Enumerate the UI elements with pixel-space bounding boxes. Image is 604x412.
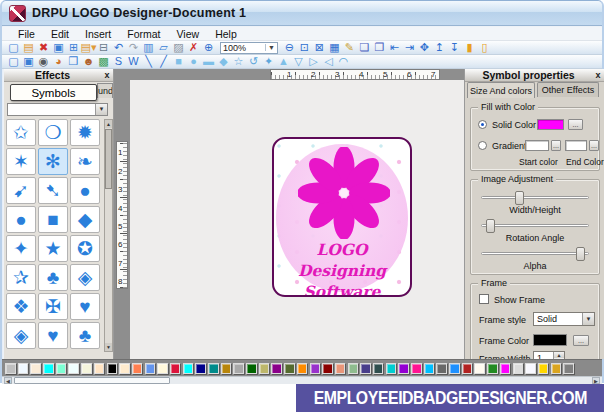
triangle-up-button[interactable]: ▲: [276, 55, 291, 68]
color-swatch[interactable]: [221, 363, 232, 374]
slider-thumb[interactable]: [515, 191, 524, 205]
menu-format[interactable]: Format: [119, 28, 168, 40]
menu-view[interactable]: View: [169, 28, 208, 40]
color-swatch[interactable]: [373, 363, 384, 374]
symbol-dashed-circle[interactable]: ❍: [38, 119, 68, 146]
gradient-start-swatch[interactable]: [525, 140, 549, 151]
color-swatch[interactable]: [119, 363, 130, 374]
scroll-down-icon[interactable]: ▼: [105, 343, 112, 351]
color-swatch[interactable]: [145, 363, 156, 374]
gradient-radio[interactable]: [478, 141, 487, 150]
titlebar[interactable]: DRPU LOGO Designer-Document 1: [2, 1, 602, 26]
symbol-diamond-in-diamond[interactable]: ◈: [6, 322, 36, 349]
canvas-area[interactable]: 1234567 12345678 LOGO Designing Software: [114, 69, 464, 359]
color-swatch[interactable]: [513, 363, 524, 374]
symbol-circle-star[interactable]: ✪: [70, 235, 100, 262]
page-setup-button[interactable]: ✎: [342, 41, 357, 54]
color-swatch[interactable]: [424, 363, 435, 374]
color-swatch[interactable]: [487, 363, 498, 374]
print-button[interactable]: ⊟: [96, 41, 111, 54]
zoom-out-button[interactable]: ⊖: [282, 41, 297, 54]
scroll-right-icon[interactable]: ▶: [592, 377, 600, 384]
send-to-back-button[interactable]: ❐: [372, 41, 387, 54]
symbol-square-star[interactable]: ✰: [6, 264, 36, 291]
menu-help[interactable]: Help: [207, 28, 245, 40]
symbol-curved-arrow[interactable]: ➹: [6, 177, 36, 204]
symbol-ellipse[interactable]: ●: [6, 206, 36, 233]
symbol-club[interactable]: ♣: [38, 264, 68, 291]
save-button[interactable]: ▣: [51, 41, 66, 54]
color-swatch[interactable]: [43, 363, 54, 374]
color-swatch[interactable]: [538, 363, 549, 374]
properties-close-button[interactable]: x: [592, 70, 604, 80]
symbol-heart[interactable]: ♥: [70, 293, 100, 320]
color-swatch[interactable]: [436, 363, 447, 374]
color-swatch[interactable]: [462, 363, 473, 374]
color-swatch[interactable]: [386, 363, 397, 374]
scrollbar-thumb[interactable]: [105, 129, 112, 189]
solid-color-swatch[interactable]: [537, 119, 564, 130]
triangle-down-button[interactable]: ▽: [291, 55, 306, 68]
slider-thumb[interactable]: [576, 247, 585, 261]
color-swatch[interactable]: [310, 363, 321, 374]
solid-color-picker-button[interactable]: ...: [568, 119, 583, 130]
color-swatch[interactable]: [360, 363, 371, 374]
new-document-button[interactable]: ▢: [6, 41, 21, 54]
save-all-button[interactable]: ⊞: [66, 41, 81, 54]
triangle-right-button[interactable]: ▷: [306, 55, 321, 68]
symbol-swoosh-arrow[interactable]: ➷: [38, 177, 68, 204]
color-swatch[interactable]: [284, 363, 295, 374]
actual-size-button[interactable]: ⊡: [297, 41, 312, 54]
symbol-diamond-cross[interactable]: ✠: [38, 293, 68, 320]
frame-color-picker-button[interactable]: ...: [573, 335, 589, 346]
diamond-button[interactable]: ◆: [216, 55, 231, 68]
color-swatch[interactable]: [348, 363, 359, 374]
insert-image-button[interactable]: ▣: [21, 55, 36, 68]
arc-button[interactable]: ◠: [336, 55, 351, 68]
alpha-slider[interactable]: [481, 252, 589, 255]
gradient-end-swatch[interactable]: [565, 140, 587, 151]
paste-button[interactable]: ▨: [171, 41, 186, 54]
line-tool-button[interactable]: ╲: [141, 55, 156, 68]
symbol-five-point-star[interactable]: ★: [38, 235, 68, 262]
import-image-button[interactable]: ▥: [141, 41, 156, 54]
symbol-category-select[interactable]: ▼: [7, 103, 108, 116]
color-wheel-button[interactable]: ◕: [51, 55, 66, 68]
fit-to-window-button[interactable]: ⊠: [312, 41, 327, 54]
scroll-left-icon[interactable]: ◀: [4, 377, 12, 384]
solid-color-radio[interactable]: [478, 120, 487, 129]
hscrollbar-thumb[interactable]: [14, 377, 170, 384]
align-right-button[interactable]: ⇥: [402, 41, 417, 54]
menu-insert[interactable]: Insert: [77, 28, 119, 40]
burst-button[interactable]: ✦: [261, 55, 276, 68]
color-swatch[interactable]: [56, 363, 67, 374]
symbol-leaf-swoosh[interactable]: ❧: [70, 148, 100, 175]
color-swatch[interactable]: [563, 363, 574, 374]
symbol-diamond-outline-star[interactable]: ◈: [70, 264, 100, 291]
symbol-square[interactable]: ■: [38, 206, 68, 233]
slider-thumb[interactable]: [486, 219, 495, 233]
color-swatch[interactable]: [271, 363, 282, 374]
color-swatch[interactable]: [81, 363, 92, 374]
color-swatch[interactable]: [183, 363, 194, 374]
rounded-rectangle-button[interactable]: ▬: [201, 55, 216, 68]
users-button[interactable]: ☻: [81, 55, 96, 68]
undo-button[interactable]: ↶: [111, 41, 126, 54]
align-bottom-button[interactable]: ↧: [447, 41, 462, 54]
color-swatch[interactable]: [322, 363, 333, 374]
color-swatch[interactable]: [411, 363, 422, 374]
color-swatch[interactable]: [18, 363, 29, 374]
zoom-combo[interactable]: 100% ▼: [220, 42, 278, 54]
color-swatch[interactable]: [107, 363, 118, 374]
skew-text-button[interactable]: S: [111, 55, 126, 68]
open-folder-button[interactable]: ▤: [21, 41, 36, 54]
rectangle-button[interactable]: ■: [171, 55, 186, 68]
symbol-six-point-star[interactable]: ✶: [6, 148, 36, 175]
color-swatch[interactable]: [398, 363, 409, 374]
rotation-angle-slider[interactable]: [481, 224, 589, 227]
camera-button[interactable]: ◉: [36, 55, 51, 68]
word-art-button[interactable]: W: [126, 55, 141, 68]
pencil-line-button[interactable]: ╱: [156, 55, 171, 68]
color-swatch[interactable]: [500, 363, 511, 374]
symbol-flower[interactable]: ✻: [38, 148, 68, 175]
